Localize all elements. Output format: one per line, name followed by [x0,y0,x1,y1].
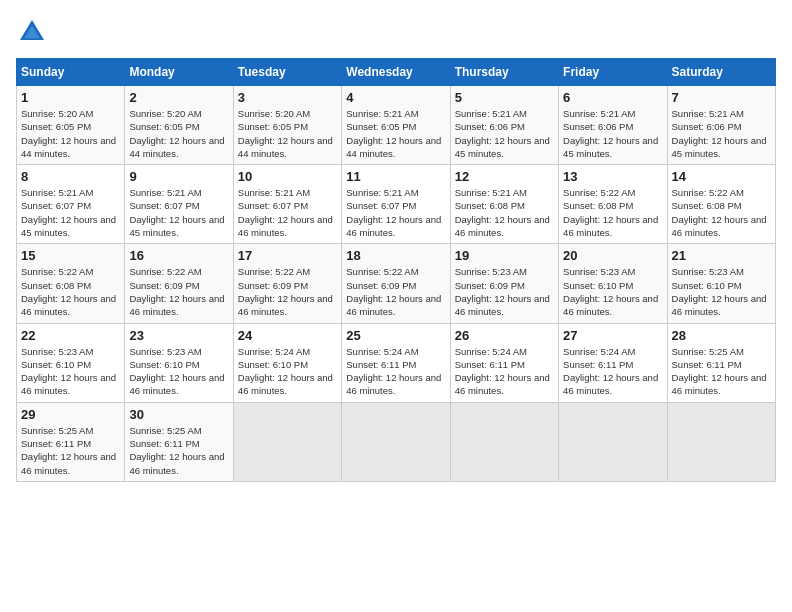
calendar-week-row: 8 Sunrise: 5:21 AM Sunset: 6:07 PM Dayli… [17,165,776,244]
calendar-cell: 19 Sunrise: 5:23 AM Sunset: 6:09 PM Dayl… [450,244,558,323]
day-number: 8 [21,169,120,184]
day-number: 16 [129,248,228,263]
calendar-cell: 13 Sunrise: 5:22 AM Sunset: 6:08 PM Dayl… [559,165,667,244]
weekday-header-saturday: Saturday [667,59,775,86]
day-number: 23 [129,328,228,343]
day-number: 20 [563,248,662,263]
day-number: 24 [238,328,337,343]
calendar-cell: 12 Sunrise: 5:21 AM Sunset: 6:08 PM Dayl… [450,165,558,244]
day-info: Sunrise: 5:21 AM Sunset: 6:06 PM Dayligh… [563,107,662,160]
calendar-cell: 29 Sunrise: 5:25 AM Sunset: 6:11 PM Dayl… [17,402,125,481]
day-number: 22 [21,328,120,343]
calendar-cell: 21 Sunrise: 5:23 AM Sunset: 6:10 PM Dayl… [667,244,775,323]
logo-icon [16,16,48,48]
calendar-cell: 10 Sunrise: 5:21 AM Sunset: 6:07 PM Dayl… [233,165,341,244]
day-info: Sunrise: 5:23 AM Sunset: 6:10 PM Dayligh… [129,345,228,398]
calendar-cell: 27 Sunrise: 5:24 AM Sunset: 6:11 PM Dayl… [559,323,667,402]
day-info: Sunrise: 5:22 AM Sunset: 6:08 PM Dayligh… [672,186,771,239]
day-info: Sunrise: 5:23 AM Sunset: 6:10 PM Dayligh… [563,265,662,318]
weekday-header-monday: Monday [125,59,233,86]
day-number: 7 [672,90,771,105]
day-info: Sunrise: 5:20 AM Sunset: 6:05 PM Dayligh… [21,107,120,160]
calendar-cell: 11 Sunrise: 5:21 AM Sunset: 6:07 PM Dayl… [342,165,450,244]
day-number: 3 [238,90,337,105]
calendar-cell: 6 Sunrise: 5:21 AM Sunset: 6:06 PM Dayli… [559,86,667,165]
day-number: 1 [21,90,120,105]
calendar-cell: 2 Sunrise: 5:20 AM Sunset: 6:05 PM Dayli… [125,86,233,165]
weekday-header-row: SundayMondayTuesdayWednesdayThursdayFrid… [17,59,776,86]
calendar-week-row: 29 Sunrise: 5:25 AM Sunset: 6:11 PM Dayl… [17,402,776,481]
day-info: Sunrise: 5:23 AM Sunset: 6:09 PM Dayligh… [455,265,554,318]
day-info: Sunrise: 5:25 AM Sunset: 6:11 PM Dayligh… [672,345,771,398]
day-number: 25 [346,328,445,343]
day-number: 4 [346,90,445,105]
day-number: 11 [346,169,445,184]
calendar-cell [233,402,341,481]
day-number: 10 [238,169,337,184]
header [16,16,776,48]
calendar-week-row: 15 Sunrise: 5:22 AM Sunset: 6:08 PM Dayl… [17,244,776,323]
calendar-cell: 24 Sunrise: 5:24 AM Sunset: 6:10 PM Dayl… [233,323,341,402]
calendar-cell: 9 Sunrise: 5:21 AM Sunset: 6:07 PM Dayli… [125,165,233,244]
day-info: Sunrise: 5:21 AM Sunset: 6:07 PM Dayligh… [238,186,337,239]
calendar-cell: 17 Sunrise: 5:22 AM Sunset: 6:09 PM Dayl… [233,244,341,323]
calendar-cell: 15 Sunrise: 5:22 AM Sunset: 6:08 PM Dayl… [17,244,125,323]
day-info: Sunrise: 5:25 AM Sunset: 6:11 PM Dayligh… [21,424,120,477]
day-info: Sunrise: 5:21 AM Sunset: 6:07 PM Dayligh… [129,186,228,239]
day-number: 30 [129,407,228,422]
day-info: Sunrise: 5:22 AM Sunset: 6:08 PM Dayligh… [21,265,120,318]
calendar-cell: 30 Sunrise: 5:25 AM Sunset: 6:11 PM Dayl… [125,402,233,481]
logo [16,16,54,48]
calendar-cell: 25 Sunrise: 5:24 AM Sunset: 6:11 PM Dayl… [342,323,450,402]
day-number: 18 [346,248,445,263]
calendar-week-row: 22 Sunrise: 5:23 AM Sunset: 6:10 PM Dayl… [17,323,776,402]
calendar-cell: 7 Sunrise: 5:21 AM Sunset: 6:06 PM Dayli… [667,86,775,165]
day-info: Sunrise: 5:21 AM Sunset: 6:06 PM Dayligh… [455,107,554,160]
calendar-week-row: 1 Sunrise: 5:20 AM Sunset: 6:05 PM Dayli… [17,86,776,165]
day-info: Sunrise: 5:21 AM Sunset: 6:08 PM Dayligh… [455,186,554,239]
day-number: 5 [455,90,554,105]
day-number: 9 [129,169,228,184]
calendar-cell: 20 Sunrise: 5:23 AM Sunset: 6:10 PM Dayl… [559,244,667,323]
calendar-cell: 5 Sunrise: 5:21 AM Sunset: 6:06 PM Dayli… [450,86,558,165]
calendar-cell: 26 Sunrise: 5:24 AM Sunset: 6:11 PM Dayl… [450,323,558,402]
day-number: 19 [455,248,554,263]
day-info: Sunrise: 5:24 AM Sunset: 6:10 PM Dayligh… [238,345,337,398]
calendar-cell: 28 Sunrise: 5:25 AM Sunset: 6:11 PM Dayl… [667,323,775,402]
day-info: Sunrise: 5:20 AM Sunset: 6:05 PM Dayligh… [129,107,228,160]
day-info: Sunrise: 5:24 AM Sunset: 6:11 PM Dayligh… [563,345,662,398]
day-info: Sunrise: 5:21 AM Sunset: 6:07 PM Dayligh… [346,186,445,239]
day-info: Sunrise: 5:21 AM Sunset: 6:07 PM Dayligh… [21,186,120,239]
day-info: Sunrise: 5:20 AM Sunset: 6:05 PM Dayligh… [238,107,337,160]
calendar-cell: 16 Sunrise: 5:22 AM Sunset: 6:09 PM Dayl… [125,244,233,323]
day-info: Sunrise: 5:21 AM Sunset: 6:05 PM Dayligh… [346,107,445,160]
day-number: 28 [672,328,771,343]
weekday-header-thursday: Thursday [450,59,558,86]
day-number: 17 [238,248,337,263]
day-info: Sunrise: 5:23 AM Sunset: 6:10 PM Dayligh… [21,345,120,398]
day-info: Sunrise: 5:22 AM Sunset: 6:09 PM Dayligh… [238,265,337,318]
day-number: 26 [455,328,554,343]
calendar-cell [342,402,450,481]
day-info: Sunrise: 5:24 AM Sunset: 6:11 PM Dayligh… [455,345,554,398]
calendar-cell: 1 Sunrise: 5:20 AM Sunset: 6:05 PM Dayli… [17,86,125,165]
weekday-header-friday: Friday [559,59,667,86]
calendar-cell: 3 Sunrise: 5:20 AM Sunset: 6:05 PM Dayli… [233,86,341,165]
day-info: Sunrise: 5:24 AM Sunset: 6:11 PM Dayligh… [346,345,445,398]
calendar-cell: 8 Sunrise: 5:21 AM Sunset: 6:07 PM Dayli… [17,165,125,244]
day-number: 21 [672,248,771,263]
day-info: Sunrise: 5:21 AM Sunset: 6:06 PM Dayligh… [672,107,771,160]
calendar-cell: 23 Sunrise: 5:23 AM Sunset: 6:10 PM Dayl… [125,323,233,402]
calendar-cell: 18 Sunrise: 5:22 AM Sunset: 6:09 PM Dayl… [342,244,450,323]
day-number: 13 [563,169,662,184]
day-info: Sunrise: 5:22 AM Sunset: 6:08 PM Dayligh… [563,186,662,239]
day-number: 29 [21,407,120,422]
day-number: 27 [563,328,662,343]
day-number: 14 [672,169,771,184]
day-info: Sunrise: 5:22 AM Sunset: 6:09 PM Dayligh… [129,265,228,318]
day-number: 2 [129,90,228,105]
calendar-cell: 4 Sunrise: 5:21 AM Sunset: 6:05 PM Dayli… [342,86,450,165]
day-info: Sunrise: 5:22 AM Sunset: 6:09 PM Dayligh… [346,265,445,318]
calendar-cell: 14 Sunrise: 5:22 AM Sunset: 6:08 PM Dayl… [667,165,775,244]
calendar-table: SundayMondayTuesdayWednesdayThursdayFrid… [16,58,776,482]
